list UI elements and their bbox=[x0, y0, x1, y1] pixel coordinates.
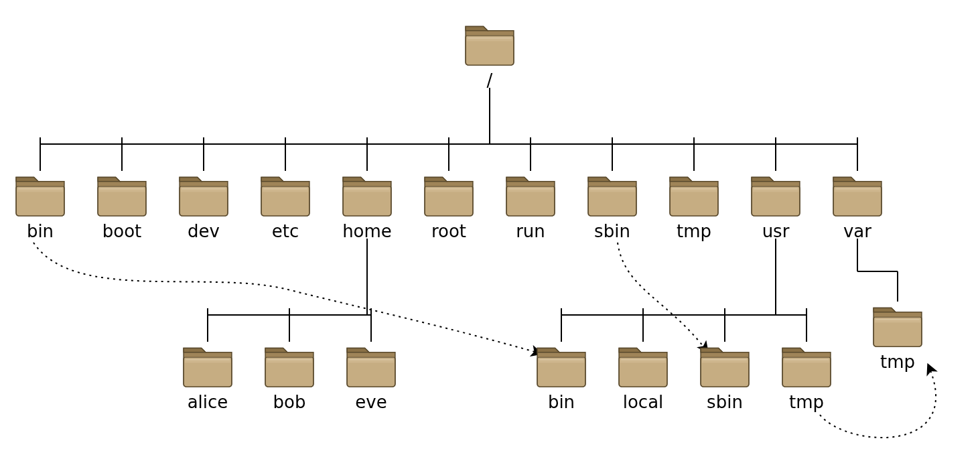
folder-run bbox=[504, 171, 557, 220]
folder-icon bbox=[535, 342, 587, 388]
folder-usr-tmp bbox=[780, 342, 833, 391]
folder-home bbox=[341, 171, 393, 220]
folder-icon bbox=[699, 342, 751, 388]
folder-label-boot: boot bbox=[75, 221, 169, 241]
folder-icon bbox=[617, 342, 669, 388]
folder-icon bbox=[423, 171, 475, 217]
folder-label-usr-bin: bin bbox=[514, 392, 608, 412]
folder-label-var: var bbox=[811, 221, 904, 241]
folder-usr-local bbox=[617, 342, 669, 391]
folder-icon bbox=[586, 171, 638, 217]
folder-bob bbox=[263, 342, 316, 391]
folder-label-dev: dev bbox=[157, 221, 251, 241]
folder-boot bbox=[96, 171, 148, 220]
folder-label-root: root bbox=[402, 221, 496, 241]
folder-icon bbox=[831, 171, 884, 217]
folder-icon bbox=[871, 302, 924, 348]
folder-etc bbox=[259, 171, 311, 220]
symlink-sbin-to-usr-sbin bbox=[618, 243, 708, 352]
folder-icon bbox=[96, 171, 148, 217]
symlink-bin-to-usr-bin bbox=[33, 243, 542, 354]
folder-bin bbox=[14, 171, 66, 220]
folder-label-tmp: tmp bbox=[647, 221, 741, 241]
folder-icon bbox=[182, 342, 234, 388]
folder-usr-sbin bbox=[699, 342, 751, 391]
folder-label-home: home bbox=[320, 221, 414, 241]
folder-icon bbox=[178, 171, 230, 217]
folder-icon bbox=[464, 20, 516, 66]
folder-root bbox=[423, 171, 475, 220]
folder-icon bbox=[263, 342, 316, 388]
folder-tmp bbox=[668, 171, 720, 220]
folder-icon bbox=[668, 171, 720, 217]
folder-usr bbox=[750, 171, 802, 220]
folder-label-alice: alice bbox=[161, 392, 255, 412]
folder-icon bbox=[14, 171, 66, 217]
folder-root-slash bbox=[464, 20, 516, 69]
folder-dev bbox=[178, 171, 230, 220]
folder-label-usr-sbin: sbin bbox=[678, 392, 772, 412]
folder-label-usr-tmp: tmp bbox=[760, 392, 853, 412]
folder-label-usr-local: local bbox=[596, 392, 690, 412]
folder-icon bbox=[341, 171, 393, 217]
folder-label-var-tmp: tmp bbox=[851, 352, 944, 372]
folder-eve bbox=[345, 342, 397, 391]
folder-label-root-slash: / bbox=[443, 70, 537, 90]
folder-label-run: run bbox=[484, 221, 577, 241]
folder-sbin bbox=[586, 171, 638, 220]
folder-label-usr: usr bbox=[729, 221, 823, 241]
folder-usr-bin bbox=[535, 342, 587, 391]
folder-label-sbin: sbin bbox=[565, 221, 659, 241]
folder-label-bob: bob bbox=[242, 392, 336, 412]
folder-alice bbox=[182, 342, 234, 391]
folder-label-bin: bin bbox=[0, 221, 87, 241]
folder-icon bbox=[345, 342, 397, 388]
folder-icon bbox=[504, 171, 557, 217]
folder-icon bbox=[750, 171, 802, 217]
folder-var bbox=[831, 171, 884, 220]
folder-label-eve: eve bbox=[324, 392, 418, 412]
folder-var-tmp bbox=[871, 302, 924, 350]
folder-icon bbox=[780, 342, 833, 388]
folder-label-etc: etc bbox=[238, 221, 332, 241]
folder-icon bbox=[259, 171, 311, 217]
